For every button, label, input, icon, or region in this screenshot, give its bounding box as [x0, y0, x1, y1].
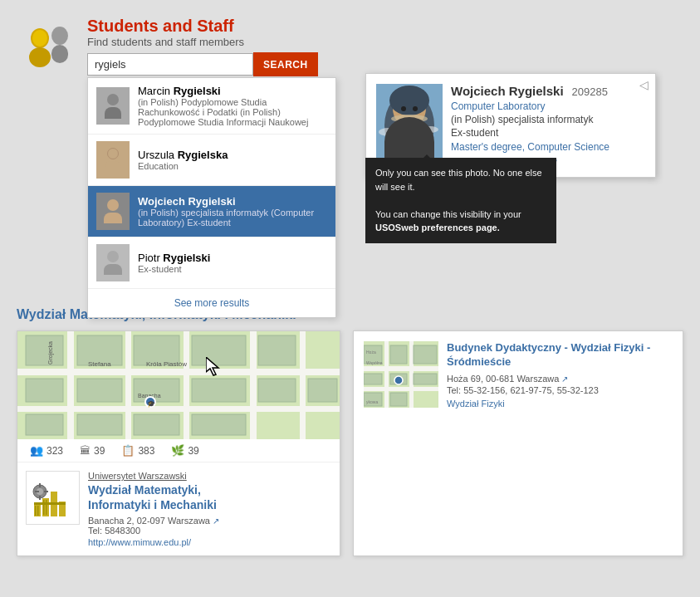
faculty-tel: Tel: 5848300	[88, 526, 331, 536]
address-ext-link[interactable]: ↗	[213, 516, 219, 526]
svg-rect-17	[17, 406, 340, 412]
svg-text:Stefana: Stefana	[88, 360, 111, 368]
svg-rect-37	[192, 414, 246, 435]
profile-name: Wojciech Rygielski	[451, 84, 564, 98]
profile-details: Wojciech Rygielski 209285 Computer Labor…	[451, 84, 645, 167]
header-text: Students and Staff Find students and sta…	[87, 17, 318, 76]
item-name-wojciech: Wojciech Rygielski	[138, 195, 327, 208]
faculty-url[interactable]: http://www.mimuw.edu.pl/	[88, 537, 331, 547]
stat-courses: 📋 383	[121, 444, 154, 457]
faculty-university[interactable]: Uniwersytet Warszawski	[88, 471, 331, 481]
faculty-name: Wydział Matematyki, Informatyki i Mechan…	[88, 482, 331, 512]
autocomplete-dropdown: Marcin Rygielski (in Polish) Podyplomowe…	[87, 77, 336, 318]
svg-text:Grojecka: Grojecka	[47, 341, 54, 365]
page-subtitle: Find students and staff members	[87, 36, 318, 48]
svg-rect-68	[364, 374, 382, 384]
item-name-piotr: Piotr Rygielski	[138, 252, 210, 264]
faculty-address: Banacha 2, 02-097 Warszawa ↗	[88, 516, 331, 526]
svg-point-0	[51, 27, 68, 45]
building-tel: Tel: 55-32-156, 621-97-75, 55-32-123	[447, 385, 673, 395]
svg-rect-59	[44, 491, 48, 492]
students-staff-icon	[17, 17, 75, 76]
svg-rect-36	[134, 414, 179, 435]
svg-rect-23	[26, 335, 63, 365]
tooltip-line3: You can change this visibility in your U…	[375, 208, 546, 235]
autocomplete-item-wojciech[interactable]: Wojciech Rygielski (in Polish) specjalis…	[88, 186, 335, 237]
search-input[interactable]	[87, 53, 253, 76]
stat-buildings: 🏛 39	[80, 444, 105, 457]
item-photo-wojciech	[96, 193, 130, 230]
see-more-results[interactable]: See more results	[88, 289, 335, 317]
svg-rect-26	[192, 335, 246, 365]
courses-icon: 📋	[121, 444, 135, 457]
profile-id: 209285	[572, 86, 608, 98]
item-name-marcin: Marcin Rygielski	[138, 85, 327, 97]
svg-rect-27	[258, 335, 296, 365]
item-photo-urszula	[96, 141, 130, 179]
building-map: Wspólna ykowa Hoża	[364, 341, 438, 408]
svg-rect-28	[26, 379, 63, 402]
building-name: Budynek Dydaktyczny - Wydział Fizyki - Ś…	[447, 341, 673, 369]
profile-degree: Master's degree, Computer Science	[451, 141, 645, 153]
building-icon: 🏛	[80, 444, 91, 457]
svg-rect-51	[37, 506, 39, 516]
svg-rect-32	[258, 379, 296, 402]
item-info-wojciech: Wojciech Rygielski (in Polish) specjalis…	[138, 195, 327, 228]
item-info-urszula: Urszula Rygielska Education	[138, 149, 228, 171]
building-info: Budynek Dydaktyczny - Wydział Fizyki - Ś…	[447, 341, 673, 409]
profile-collapse-button[interactable]: ◁	[639, 78, 649, 91]
search-area: SEARCH Marcin Rygielski	[87, 52, 318, 76]
svg-point-13	[391, 115, 428, 123]
svg-point-9	[401, 106, 406, 111]
faculty-map: Stefana Króla Piastów Grojecka Banacha 🎓	[17, 331, 340, 439]
item-info-marcin: Marcin Rygielski (in Polish) Podyplomowe…	[138, 85, 327, 127]
photo-visibility-tooltip: Only you can see this photo. No one else…	[365, 158, 556, 243]
stat-people: 👥 323	[30, 444, 63, 457]
building-faculty[interactable]: Wydział Fizyki	[447, 399, 673, 409]
tooltip-line4: USOSweb preferences page.	[375, 223, 500, 232]
item-name-urszula: Urszula Rygielska	[138, 149, 228, 161]
svg-rect-18	[67, 331, 74, 439]
stat-people-value: 323	[47, 445, 63, 457]
svg-rect-63	[384, 341, 389, 408]
svg-rect-49	[34, 502, 66, 505]
svg-rect-16	[17, 369, 340, 375]
svg-rect-57	[39, 496, 41, 500]
item-subtitle-urszula: Education	[138, 161, 228, 171]
svg-rect-72	[390, 393, 407, 406]
svg-rect-31	[192, 379, 246, 402]
svg-rect-19	[125, 331, 131, 439]
svg-rect-34	[26, 414, 63, 435]
svg-text:Króla Piastów: Króla Piastów	[146, 360, 187, 368]
autocomplete-item-piotr[interactable]: Piotr Rygielski Ex-student	[88, 237, 335, 289]
item-info-piotr: Piotr Rygielski Ex-student	[138, 252, 210, 274]
svg-rect-70	[414, 374, 437, 384]
svg-rect-62	[364, 387, 438, 391]
profile-photo	[376, 84, 443, 159]
svg-rect-33	[308, 379, 337, 402]
svg-rect-20	[184, 331, 189, 439]
svg-rect-3	[29, 47, 51, 67]
svg-rect-1	[51, 45, 68, 63]
header: Students and Staff Find students and sta…	[17, 17, 683, 76]
svg-rect-53	[46, 500, 47, 515]
svg-rect-66	[390, 345, 407, 364]
groups-icon: 🌿	[171, 444, 184, 457]
svg-text:🎓: 🎓	[147, 399, 155, 408]
svg-point-74	[394, 376, 403, 384]
stat-groups: 🌿 39	[171, 444, 198, 457]
faculty-info: Uniwersytet Warszawski Wydział Matematyk…	[17, 462, 340, 555]
autocomplete-item-urszula[interactable]: Urszula Rygielska Education	[88, 135, 335, 186]
item-subtitle-piotr: Ex-student	[138, 264, 210, 274]
svg-point-4	[32, 30, 47, 46]
building-address-ext[interactable]: ↗	[561, 374, 568, 384]
autocomplete-item-marcin[interactable]: Marcin Rygielski (in Polish) Podyplomowe…	[88, 78, 335, 135]
svg-text:Hoża: Hoża	[366, 350, 376, 355]
svg-rect-35	[77, 414, 122, 435]
profile-status: Ex-student	[451, 127, 645, 139]
profile-department[interactable]: Computer Laboratory	[451, 100, 645, 112]
item-photo-piotr	[96, 244, 130, 281]
faculty-details: Uniwersytet Warszawski Wydział Matematyk…	[88, 471, 331, 547]
search-button[interactable]: SEARCH	[253, 52, 318, 76]
svg-text:ykowa: ykowa	[366, 399, 378, 404]
